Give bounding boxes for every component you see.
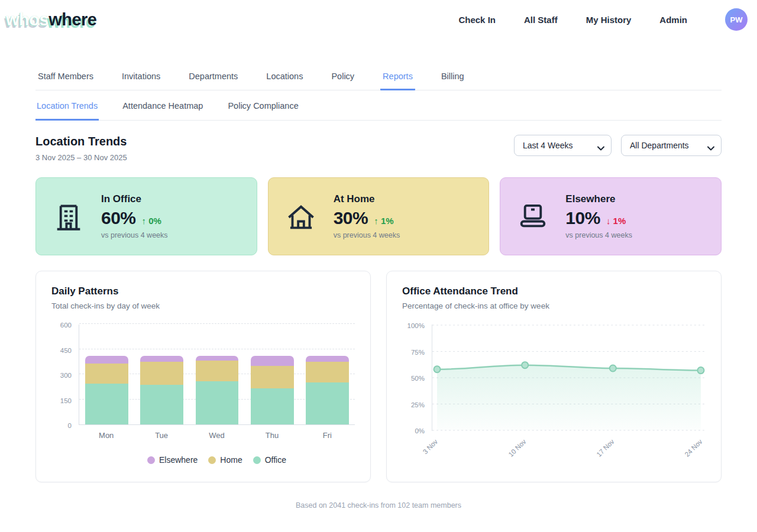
app-logo[interactable]: whoswhere <box>6 10 96 30</box>
stat-card-in-office: In Office 60% ↑ 0% vs previous 4 weeks <box>35 177 257 255</box>
x-tick-label: Wed <box>189 431 244 440</box>
data-point <box>610 365 616 371</box>
logo-text-dark: where <box>48 10 96 29</box>
stat-label: In Office <box>101 193 168 205</box>
stat-delta: ↓ 1% <box>606 216 626 226</box>
home-icon <box>284 199 318 233</box>
legend-dot <box>253 456 261 464</box>
bar-segment-elsewhere <box>85 356 128 363</box>
logo-text-light: whos <box>6 10 48 29</box>
data-point <box>697 367 704 374</box>
bar-wed <box>196 356 239 424</box>
page-title: Location Trends <box>35 135 127 148</box>
chart-title: Daily Patterns <box>51 286 355 297</box>
avatar[interactable]: PW <box>725 8 748 31</box>
bar-segment-office <box>196 381 239 424</box>
laptop-icon <box>516 199 550 233</box>
subtab-attendance-heatmap[interactable]: Attendance Heatmap <box>121 101 204 121</box>
daily-patterns-xlabels: MonTueWedThuFri <box>79 431 355 440</box>
stat-note: vs previous 4 weeks <box>334 231 400 239</box>
nav-admin[interactable]: Admin <box>659 15 687 25</box>
data-point <box>522 362 528 368</box>
stat-card-elsewhere: Elsewhere 10% ↓ 1% vs previous 4 weeks <box>500 177 722 255</box>
attendance-trend-svg <box>432 325 706 431</box>
y-tick-label: 150 <box>60 397 72 404</box>
x-tick-label: Mon <box>79 431 134 440</box>
attendance-trend-yaxis: 0%25%50%75%100% <box>402 325 432 431</box>
bar-slot <box>134 325 189 424</box>
y-tick-label: 100% <box>407 322 425 329</box>
daily-patterns-yaxis: 0150300450600 <box>51 325 79 425</box>
department-select[interactable]: All Departments <box>621 135 722 156</box>
stat-note: vs previous 4 weeks <box>101 231 168 239</box>
daily-patterns-legend: ElsewhereHomeOffice <box>79 455 355 465</box>
nav-my-history[interactable]: My History <box>586 15 632 25</box>
stat-label: Elsewhere <box>565 193 632 205</box>
bar-slot <box>300 325 355 424</box>
daily-patterns-card: Daily Patterns Total check-ins by day of… <box>35 271 371 482</box>
nav-check-in[interactable]: Check In <box>458 15 496 25</box>
bar-segment-home <box>251 366 294 388</box>
date-range: 3 Nov 2025 – 30 Nov 2025 <box>35 153 127 162</box>
subtab-location-trends[interactable]: Location Trends <box>35 101 99 121</box>
period-select[interactable]: Last 4 Weeks <box>514 135 612 156</box>
tab-staff-members[interactable]: Staff Members <box>35 72 96 90</box>
x-tick-label: Tue <box>134 431 189 440</box>
bar-slot <box>189 325 244 424</box>
bar-segment-elsewhere <box>196 356 239 360</box>
bar-segment-home <box>140 362 183 385</box>
bar-segment-home <box>196 361 239 381</box>
data-point <box>434 366 441 372</box>
stat-card-at-home: At Home 30% ↑ 1% vs previous 4 weeks <box>268 177 490 255</box>
y-tick-label: 0% <box>415 427 425 434</box>
y-tick-label: 450 <box>60 347 72 354</box>
report-subtabs: Location Trends Attendance Heatmap Polic… <box>35 101 722 121</box>
tab-departments[interactable]: Departments <box>186 72 240 90</box>
trend-arrow-icon: ↑ <box>142 216 147 226</box>
tab-invitations[interactable]: Invitations <box>119 72 163 90</box>
daily-patterns-plot <box>79 325 355 425</box>
bar-fri <box>306 356 349 424</box>
legend-dot <box>208 456 216 464</box>
chart-subtitle: Total check-ins by day of week <box>51 301 355 310</box>
tab-policy[interactable]: Policy <box>329 72 357 90</box>
footer-note: Based on 2041 check-ins from 102 team me… <box>35 501 722 510</box>
x-tick-label: Fri <box>300 431 355 440</box>
x-tick-label: Thu <box>244 431 299 440</box>
legend-item-elsewhere: Elsewhere <box>147 455 198 465</box>
bar-slot <box>245 325 300 424</box>
bar-series <box>79 325 355 424</box>
bar-slot <box>79 325 134 424</box>
tab-locations[interactable]: Locations <box>264 72 305 90</box>
trend-arrow-icon: ↑ <box>374 216 378 226</box>
stat-label: At Home <box>334 193 400 205</box>
bar-segment-home <box>85 364 128 384</box>
y-tick-label: 300 <box>60 372 72 379</box>
tab-reports[interactable]: Reports <box>380 72 415 90</box>
chart-subtitle: Percentage of check-ins at office by wee… <box>402 301 706 310</box>
tab-billing[interactable]: Billing <box>439 72 467 90</box>
attendance-trend-xlabels: 3 Nov10 Nov17 Nov24 Nov <box>432 431 706 462</box>
nav-all-staff[interactable]: All Staff <box>524 15 558 25</box>
y-tick-label: 0 <box>68 422 72 429</box>
bar-segment-office <box>251 388 294 424</box>
bar-segment-elsewhere <box>306 356 349 362</box>
chart-title: Office Attendance Trend <box>402 286 706 297</box>
top-navigation: Check In All Staff My History Admin PW <box>458 8 748 31</box>
bar-mon <box>85 356 128 424</box>
subtab-policy-compliance[interactable]: Policy Compliance <box>227 101 299 121</box>
y-tick-label: 75% <box>411 349 425 356</box>
legend-label: Home <box>220 455 242 465</box>
bar-segment-office <box>85 384 128 424</box>
bar-segment-office <box>140 385 183 424</box>
stat-value: 10% <box>565 208 600 228</box>
attendance-trend-card: Office Attendance Trend Percentage of ch… <box>386 271 722 482</box>
y-tick-label: 50% <box>411 375 425 382</box>
attendance-trend-plot <box>432 325 706 431</box>
y-tick-label: 600 <box>60 322 72 329</box>
bar-tue <box>140 356 183 424</box>
legend-item-home: Home <box>208 455 242 465</box>
legend-dot <box>147 456 155 464</box>
bar-segment-office <box>306 382 349 424</box>
y-tick-label: 25% <box>411 401 425 408</box>
